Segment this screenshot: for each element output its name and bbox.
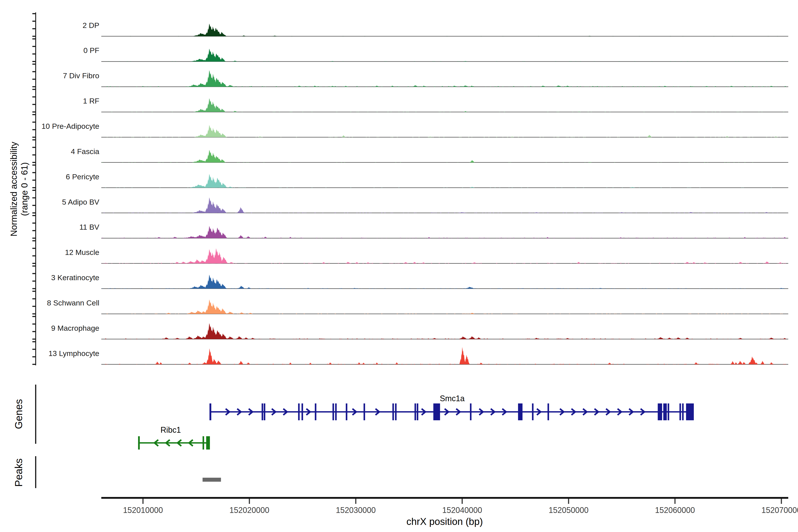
- signal-noise: [440, 87, 441, 87]
- signal-noise: [586, 339, 587, 339]
- exon-box: [658, 403, 662, 420]
- signal-peak: [246, 236, 251, 238]
- exon-box: [138, 436, 140, 450]
- signal-peak: [166, 313, 171, 314]
- signal-noise: [568, 288, 569, 289]
- signal-noise: [398, 87, 399, 87]
- signal-noise: [152, 288, 153, 289]
- signal-noise: [242, 86, 243, 87]
- signal-peak: [321, 262, 326, 263]
- signal-peak: [215, 360, 222, 364]
- signal-noise: [547, 314, 548, 314]
- signal-noise: [695, 238, 696, 238]
- signal-noise: [462, 263, 463, 264]
- signal-noise: [268, 288, 269, 289]
- signal-noise: [529, 213, 530, 213]
- exon-box: [363, 403, 365, 420]
- signal-noise: [249, 86, 250, 87]
- track-6-pericyte: 6 Pericyte: [66, 172, 788, 188]
- signal-noise: [102, 238, 103, 238]
- signal-noise: [159, 288, 160, 289]
- signal-noise: [582, 339, 583, 339]
- signal-noise: [288, 162, 289, 163]
- signal-noise: [342, 36, 344, 36]
- signal-noise: [372, 87, 373, 87]
- signal-noise: [676, 263, 677, 264]
- signal-noise: [717, 339, 718, 339]
- signal-noise: [513, 314, 514, 314]
- signal-noise: [775, 87, 777, 87]
- signal-noise: [414, 61, 415, 62]
- signal-peak: [452, 86, 457, 87]
- signal-noise: [170, 288, 171, 289]
- signal-noise: [673, 238, 674, 238]
- signal-noise: [159, 162, 160, 163]
- signal-noise: [183, 364, 184, 364]
- signal-noise: [557, 288, 558, 289]
- signal-noise: [522, 339, 524, 339]
- signal-noise: [563, 288, 564, 289]
- signal-noise: [730, 288, 732, 289]
- signal-peak: [330, 86, 335, 87]
- signal-noise: [595, 314, 596, 314]
- signal-peak: [470, 187, 475, 188]
- signal-noise: [269, 339, 271, 339]
- signal-noise: [468, 314, 469, 314]
- signal-noise: [454, 364, 455, 364]
- signal-noise: [553, 238, 555, 238]
- signal-peak: [313, 86, 317, 87]
- signal-noise: [659, 86, 660, 87]
- signal-noise: [259, 238, 260, 238]
- signal-noise: [443, 238, 444, 238]
- signal-noise: [430, 364, 431, 364]
- signal-noise: [757, 339, 758, 339]
- signal-noise: [255, 288, 257, 289]
- signal-noise: [653, 238, 654, 238]
- signal-peak: [238, 361, 244, 364]
- signal-peak: [647, 135, 652, 137]
- signal-noise: [488, 213, 490, 213]
- signal-noise: [328, 86, 330, 87]
- signal-noise: [647, 288, 648, 289]
- signal-noise: [445, 288, 446, 289]
- signal-noise: [128, 263, 130, 264]
- signal-noise: [186, 162, 187, 163]
- signal-noise: [592, 288, 593, 289]
- signal-noise: [448, 213, 449, 213]
- signal-noise: [465, 263, 466, 263]
- signal-noise: [178, 36, 179, 36]
- signal-peak: [237, 207, 245, 213]
- signal-noise: [488, 364, 490, 364]
- signal-noise: [653, 87, 654, 87]
- signal-noise: [407, 213, 409, 213]
- signal-noise: [407, 112, 409, 112]
- signal-noise: [268, 61, 269, 62]
- signal-noise: [637, 238, 639, 238]
- signal-noise: [302, 339, 303, 339]
- signal-peak: [764, 212, 769, 213]
- signal-noise: [245, 314, 246, 314]
- x-axis-tick-label: 152050000: [549, 506, 589, 515]
- exon-box: [532, 403, 534, 420]
- signal-noise: [682, 36, 683, 36]
- signal-noise: [488, 314, 490, 314]
- signal-noise: [142, 263, 144, 263]
- signal-noise: [785, 263, 786, 264]
- signal-peak: [782, 338, 787, 339]
- signal-peak: [239, 312, 245, 314]
- signal-noise: [290, 162, 291, 163]
- track-2-dp: 2 DP: [82, 21, 788, 36]
- signal-noise: [467, 314, 468, 314]
- signal-noise: [338, 263, 339, 264]
- signal-noise: [282, 364, 283, 364]
- signal-noise: [673, 364, 674, 364]
- signal-noise: [463, 314, 464, 314]
- signal-noise: [239, 61, 240, 62]
- x-axis-tick-label: 152020000: [229, 506, 269, 515]
- signal-noise: [279, 339, 280, 339]
- signal-noise: [131, 213, 133, 213]
- signal-peak: [355, 262, 359, 263]
- signal-noise: [130, 339, 131, 339]
- signal-noise: [142, 86, 144, 87]
- signal-noise: [423, 288, 424, 289]
